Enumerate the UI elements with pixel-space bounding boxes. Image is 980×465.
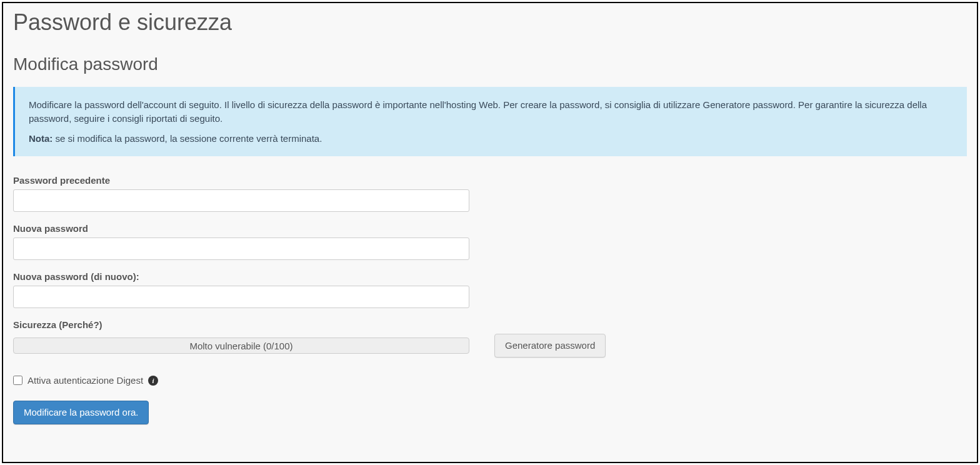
- info-paragraph: Modificare la password dell'account di s…: [29, 98, 953, 126]
- info-callout: Modificare la password dell'account di s…: [13, 87, 967, 156]
- new-password-label: Nuova password: [13, 223, 967, 234]
- confirm-password-input[interactable]: [13, 286, 469, 308]
- confirm-password-label: Nuova password (di nuovo):: [13, 271, 967, 282]
- new-password-input[interactable]: [13, 238, 469, 260]
- strength-label: Sicurezza (Perché?): [13, 319, 967, 330]
- old-password-label: Password precedente: [13, 175, 967, 186]
- section-title: Modifica password: [13, 54, 967, 74]
- password-strength-meter: Molto vulnerabile (0/100): [13, 338, 469, 354]
- digest-auth-label[interactable]: Attiva autenticazione Digest: [28, 375, 143, 386]
- old-password-input[interactable]: [13, 189, 469, 212]
- submit-button[interactable]: Modificare la password ora.: [13, 401, 149, 424]
- generate-password-button[interactable]: Generatore password: [494, 334, 606, 358]
- info-icon[interactable]: i: [148, 376, 158, 386]
- info-note-label: Nota:: [29, 133, 52, 144]
- info-note: Nota: se si modifica la password, la ses…: [29, 132, 953, 146]
- digest-auth-checkbox[interactable]: [13, 376, 22, 385]
- page-title: Password e sicurezza: [13, 9, 967, 36]
- info-note-text: se si modifica la password, la sessione …: [52, 133, 322, 144]
